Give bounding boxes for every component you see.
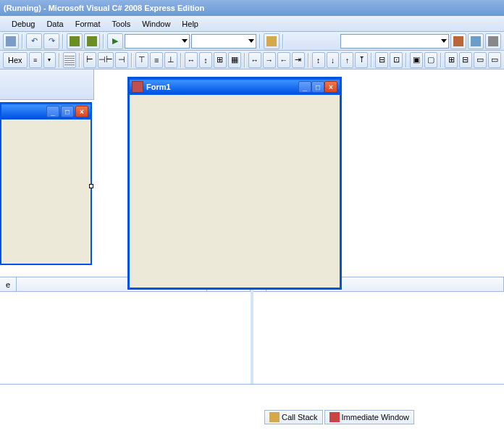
resize-handle-right[interactable] <box>89 184 93 188</box>
maximize-icon[interactable]: □ <box>61 106 74 117</box>
tab-order-icon[interactable]: ⊞ <box>445 52 458 68</box>
menu-debug[interactable]: Debug <box>6 18 41 30</box>
separator <box>244 53 245 67</box>
align-bottom-icon[interactable]: ⊥ <box>164 52 177 68</box>
designer-titlebar[interactable]: _ □ × <box>1 104 91 120</box>
watch-panel: Name <box>253 277 504 384</box>
menu-data[interactable]: Data <box>41 18 69 30</box>
immediate-icon <box>329 412 340 422</box>
align-top-icon[interactable]: ⊤ <box>135 52 148 68</box>
tab-immediate-label: Immediate Window <box>342 413 410 422</box>
window-icon[interactable] <box>468 33 484 49</box>
separator <box>371 53 372 67</box>
designer-form-window[interactable]: _ □ × <box>0 102 92 265</box>
bottom-panels: e Type Name <box>0 277 504 384</box>
hex-button[interactable]: Hex <box>3 52 28 68</box>
minimize-icon[interactable]: _ <box>46 106 59 117</box>
close-icon[interactable]: × <box>75 106 88 117</box>
vspace-equal-icon[interactable]: ↕ <box>312 52 325 68</box>
separator <box>103 34 104 49</box>
separator <box>406 53 407 67</box>
locals-body[interactable] <box>0 292 251 384</box>
watch-body[interactable] <box>253 292 504 384</box>
layout2-icon[interactable]: ▭ <box>488 52 501 68</box>
separator <box>62 34 64 49</box>
form-titlebar[interactable]: Form1 _ □ × <box>130 79 340 95</box>
find-icon[interactable] <box>264 33 280 49</box>
comment-icon[interactable] <box>67 33 83 49</box>
form-close-icon[interactable]: × <box>324 81 337 93</box>
title-bar: (Running) - Microsoft Visual C# 2008 Exp… <box>0 0 504 16</box>
options-icon[interactable] <box>450 33 466 49</box>
separator <box>22 34 23 49</box>
separator <box>59 53 60 67</box>
layout-icon[interactable]: ▭ <box>474 52 487 68</box>
same-size-icon[interactable]: ⊞ <box>214 52 227 68</box>
align-grid-icon[interactable] <box>63 52 76 68</box>
separator <box>308 53 309 67</box>
separator <box>131 53 133 67</box>
form-title: Form1 <box>146 83 298 91</box>
form-maximize-icon[interactable]: □ <box>311 81 324 93</box>
hspace-inc-icon[interactable]: → <box>263 52 276 68</box>
hspace-rem-icon[interactable]: ⇥ <box>292 52 305 68</box>
dropdown-icon[interactable]: ▾ <box>43 52 56 68</box>
list-icon[interactable]: ≡ <box>29 52 42 68</box>
same-width-icon[interactable]: ↔ <box>185 52 198 68</box>
menu-format[interactable]: Format <box>70 18 106 30</box>
app-title: (Running) - Microsoft Visual C# 2008 Exp… <box>4 4 204 12</box>
align-middle-icon[interactable]: ≡ <box>150 52 163 68</box>
col-e[interactable]: e <box>0 277 17 291</box>
hspace-equal-icon[interactable]: ↔ <box>248 52 261 68</box>
hspace-dec-icon[interactable]: ← <box>277 52 290 68</box>
vspace-rem-icon[interactable]: ⤒ <box>355 52 368 68</box>
menu-bar: Debug Data Format Tools Window Help <box>0 16 504 32</box>
align-center-icon[interactable]: ⊣⊢ <box>98 52 114 68</box>
vspace-inc-icon[interactable]: ↓ <box>327 52 340 68</box>
tab-call-stack-label: Call Stack <box>282 413 318 422</box>
same-height-icon[interactable]: ↕ <box>199 52 212 68</box>
undo-icon[interactable]: ↶ <box>26 33 42 49</box>
tab-call-stack[interactable]: Call Stack <box>264 410 323 424</box>
status-area <box>0 384 504 427</box>
send-back-icon[interactable]: ▢ <box>424 52 437 68</box>
menu-help[interactable]: Help <box>176 18 204 30</box>
save-icon[interactable] <box>3 33 19 49</box>
bring-front-icon[interactable]: ▣ <box>410 52 423 68</box>
center-v-icon[interactable]: ⊡ <box>390 52 403 68</box>
play-icon[interactable]: ▶ <box>107 33 123 49</box>
tab-immediate[interactable]: Immediate Window <box>324 410 415 424</box>
separator <box>79 53 80 67</box>
call-stack-icon <box>269 412 280 422</box>
uncomment-icon[interactable] <box>84 33 100 49</box>
locals-panel: e Type <box>0 277 253 384</box>
separator <box>282 34 284 49</box>
toolbar-main: ↶ ↷ ▶ <box>0 32 504 51</box>
form-minimize-icon[interactable]: _ <box>298 81 311 93</box>
menu-window[interactable]: Window <box>136 18 176 30</box>
align-right-icon[interactable]: ⊣ <box>115 52 128 68</box>
size-grid-icon[interactable]: ▦ <box>228 52 241 68</box>
redo-icon[interactable]: ↷ <box>43 33 59 49</box>
running-form-window[interactable]: Form1 _ □ × <box>127 77 342 290</box>
separator <box>440 53 442 67</box>
tab-strip: Call Stack Immediate Window <box>264 410 414 424</box>
merge-icon[interactable]: ⊟ <box>459 52 472 68</box>
search-combo[interactable] <box>340 34 449 49</box>
vspace-dec-icon[interactable]: ↑ <box>340 52 353 68</box>
toolbox-icon[interactable] <box>485 33 501 49</box>
toolbar-layout: Hex ≡ ▾ ⊢ ⊣⊢ ⊣ ⊤ ≡ ⊥ ↔ ↕ ⊞ ▦ ↔ → ← ⇥ ↕ ↓… <box>0 51 504 70</box>
menu-tools[interactable]: Tools <box>106 18 137 30</box>
separator <box>259 34 261 49</box>
center-h-icon[interactable]: ⊟ <box>375 52 388 68</box>
separator <box>180 53 182 67</box>
form-icon <box>132 81 143 93</box>
align-left-icon[interactable]: ⊢ <box>83 52 96 68</box>
config-combo[interactable] <box>125 34 190 49</box>
platform-combo[interactable] <box>191 34 256 49</box>
